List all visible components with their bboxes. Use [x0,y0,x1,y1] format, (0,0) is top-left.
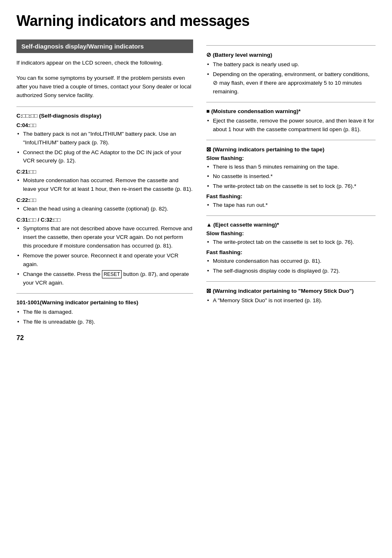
list-item: Symptoms that are not described above ha… [16,225,193,250]
eject-slow-list: The write-protect tab on the cassette is… [206,238,376,247]
list-item: The tape has run out.* [206,201,376,210]
memory-stick-warning-list: A "Memory Stick Duo" is not inserted (p.… [206,296,376,305]
moisture-warning-list: Eject the cassette, remove the power sou… [206,117,376,134]
list-item: There is less than 5 minutes remaining o… [206,163,376,171]
list-item: The self-diagnosis display code is displ… [206,267,376,276]
code-c22-list: Clean the head using a cleaning cassette… [16,205,193,213]
page-title: Warning indicators and messages [16,12,376,30]
code-c31-c32-section: C:31:□□ / C:32:□□ Symptoms that are not … [16,217,193,287]
tape-fast-label: Fast flashing: [206,193,376,199]
divider-1 [16,107,193,107]
list-item: Depending on the operating, environment,… [206,70,376,96]
intro-para-2: You can fix some symptoms by yourself. I… [16,74,193,100]
memory-stick-warning-title: ⊠ (Warning indicator pertaining to "Memo… [206,287,376,294]
intro-para-1: If indicators appear on the LCD screen, … [16,59,193,67]
eject-fast-list: Moisture condensation has occurred (p. 8… [206,257,376,276]
battery-warning-list: The battery pack is nearly used up. Depe… [206,60,376,96]
warning-101-list: The file is damaged. The file is unreada… [16,308,193,326]
divider-eject [206,281,376,282]
list-item: A "Memory Stick Duo" is not inserted (p.… [206,296,376,305]
divider-top-right [206,45,376,46]
code-c21-list: Moisture condensation has occurred. Remo… [16,176,193,194]
section-header: Self-diagnosis display/Warning indicator… [16,39,193,53]
list-item: The write-protect tab on the cassette is… [206,182,376,191]
reset-box: RESET [102,270,122,279]
self-diagnosis-title: C:□□:□□ (Self-diagnosis display) [16,113,193,119]
eject-warning-title: ▲ (Eject cassette warning)* [206,222,376,228]
divider-battery [206,102,376,102]
tape-slow-list: There is less than 5 minutes remaining o… [206,163,376,191]
code-c21-title: C:21:□□ [16,169,193,175]
code-c04-list: The battery pack is not an "InfoLITHIUM"… [16,130,193,166]
eject-fast-label: Fast flashing: [206,249,376,255]
divider-tape [206,215,376,216]
eject-slow-label: Slow flashing: [206,230,376,236]
memory-stick-warning-section: ⊠ (Warning indicator pertaining to "Memo… [206,287,376,305]
code-c21-section: C:21:□□ Moisture condensation has occurr… [16,169,193,194]
code-c22-title: C:22:□□ [16,197,193,203]
divider-moisture [206,140,376,140]
tape-fast-list: The tape has run out.* [206,201,376,210]
left-column: Self-diagnosis display/Warning indicator… [16,39,193,342]
warning-101-title: 101-1001(Warning indicator pertaining to… [16,299,193,306]
page-number: 72 [16,334,193,342]
code-c22-section: C:22:□□ Clean the head using a cleaning … [16,197,193,213]
list-item: The write-protect tab on the cassette is… [206,238,376,247]
list-item: Eject the cassette, remove the power sou… [206,117,376,134]
list-item: No cassette is inserted.* [206,172,376,181]
battery-warning-title: ⊘ (Battery level warning) [206,51,376,58]
list-item: The file is unreadable (p. 78). [16,318,193,326]
list-item: Connect the DC plug of the AC Adaptor to… [16,148,193,166]
divider-2 [16,293,193,294]
list-item: The battery pack is not an "InfoLITHIUM"… [16,130,193,147]
moisture-warning-title: ■ (Moisture condensation warning)* [206,108,376,114]
right-column: ⊘ (Battery level warning) The battery pa… [206,39,376,342]
list-item: The battery pack is nearly used up. [206,60,376,69]
code-c04-title: C:04:□□ [16,122,193,128]
code-c31-c32-list: Symptoms that are not described above ha… [16,225,193,287]
list-item: Moisture condensation has occurred. Remo… [16,176,193,194]
warning-101-section: 101-1001(Warning indicator pertaining to… [16,299,193,326]
list-item: Change the cassette. Press the RESET but… [16,270,193,287]
list-item: Clean the head using a cleaning cassette… [16,205,193,213]
code-c04-section: C:04:□□ The battery pack is not an "Info… [16,122,193,166]
list-item: Remove the power source. Reconnect it an… [16,252,193,269]
eject-warning-section: ▲ (Eject cassette warning)* Slow flashin… [206,222,376,276]
tape-slow-label: Slow flashing: [206,155,376,161]
list-item: Moisture condensation has occurred (p. 8… [206,257,376,266]
code-c31-c32-title: C:31:□□ / C:32:□□ [16,217,193,223]
tape-warning-section: ⊠ (Warning indicators pertaining to the … [206,146,376,210]
tape-warning-title: ⊠ (Warning indicators pertaining to the … [206,146,376,153]
battery-warning-section: ⊘ (Battery level warning) The battery pa… [206,51,376,96]
list-item: The file is damaged. [16,308,193,317]
moisture-warning-section: ■ (Moisture condensation warning)* Eject… [206,108,376,134]
